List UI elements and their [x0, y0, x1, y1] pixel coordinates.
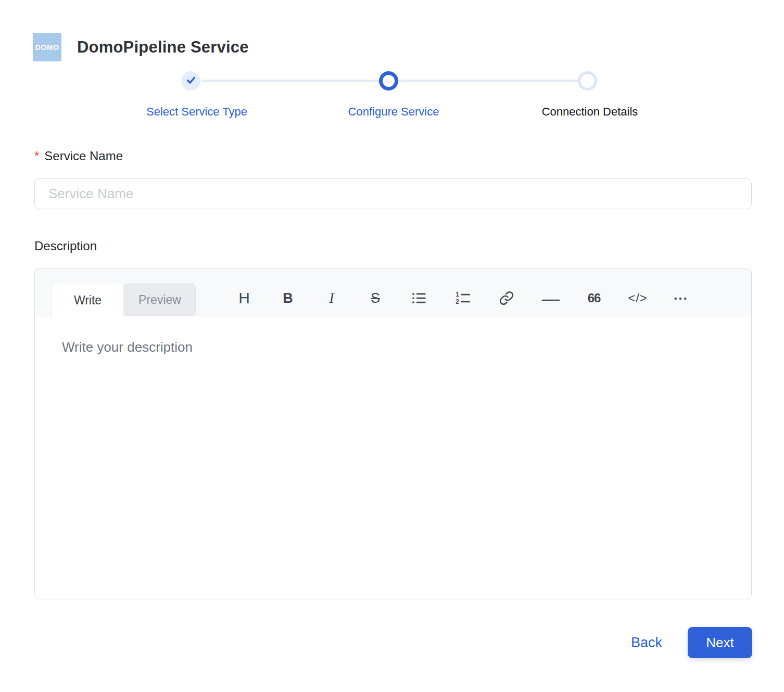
- more-tools-icon[interactable]: •••: [671, 286, 692, 310]
- tab-preview-label: Preview: [138, 293, 181, 307]
- step-label-configure-service[interactable]: Configure Service: [315, 105, 472, 119]
- tab-write[interactable]: Write: [52, 283, 123, 318]
- description-label: Description: [34, 239, 97, 253]
- step-label-select-service-type[interactable]: Select Service Type: [119, 105, 275, 119]
- svg-text:2: 2: [456, 298, 459, 305]
- check-icon: [185, 74, 197, 88]
- step-connection-details-indicator[interactable]: [578, 71, 597, 91]
- editor-toolbar: Write Preview H B I S: [35, 268, 751, 316]
- editor-body: [35, 316, 751, 600]
- description-editor: Write Preview H B I S: [34, 268, 752, 599]
- step-configure-service-indicator[interactable]: [379, 71, 398, 91]
- editor-toolbar-icons: H B I S 1 2: [233, 268, 692, 316]
- next-button[interactable]: Next: [688, 627, 752, 658]
- heading-icon[interactable]: H: [233, 286, 255, 310]
- quote-icon[interactable]: 66: [583, 286, 605, 310]
- step-select-service-type-indicator[interactable]: [181, 71, 200, 91]
- step-label-connection-details[interactable]: Connection Details: [512, 105, 668, 119]
- strikethrough-icon[interactable]: S: [364, 286, 386, 310]
- service-name-label-row: *Service Name: [34, 149, 123, 163]
- required-asterisk: *: [34, 149, 39, 163]
- stepper-connector-2: [398, 80, 579, 82]
- back-button[interactable]: Back: [631, 635, 662, 651]
- ordered-list-icon[interactable]: 1 2: [452, 286, 474, 310]
- link-icon[interactable]: [496, 286, 517, 310]
- stepper-connector-1: [201, 80, 380, 82]
- code-icon[interactable]: </>: [627, 286, 649, 310]
- unordered-list-icon[interactable]: [408, 286, 430, 310]
- wizard-page: DOMO DomoPipeline Service Select Service…: [0, 0, 784, 692]
- stepper: Select Service Type Configure Service Co…: [0, 0, 784, 125]
- horizontal-rule-icon[interactable]: —: [539, 286, 561, 310]
- description-textarea[interactable]: [35, 316, 751, 600]
- service-name-label: Service Name: [44, 149, 123, 163]
- tab-write-label: Write: [74, 293, 102, 307]
- footer-actions: Back Next: [631, 627, 752, 658]
- bold-icon[interactable]: B: [277, 286, 299, 310]
- service-name-input[interactable]: [34, 178, 752, 209]
- italic-icon[interactable]: I: [321, 286, 343, 310]
- tab-preview[interactable]: Preview: [124, 284, 196, 316]
- svg-text:1: 1: [456, 291, 459, 298]
